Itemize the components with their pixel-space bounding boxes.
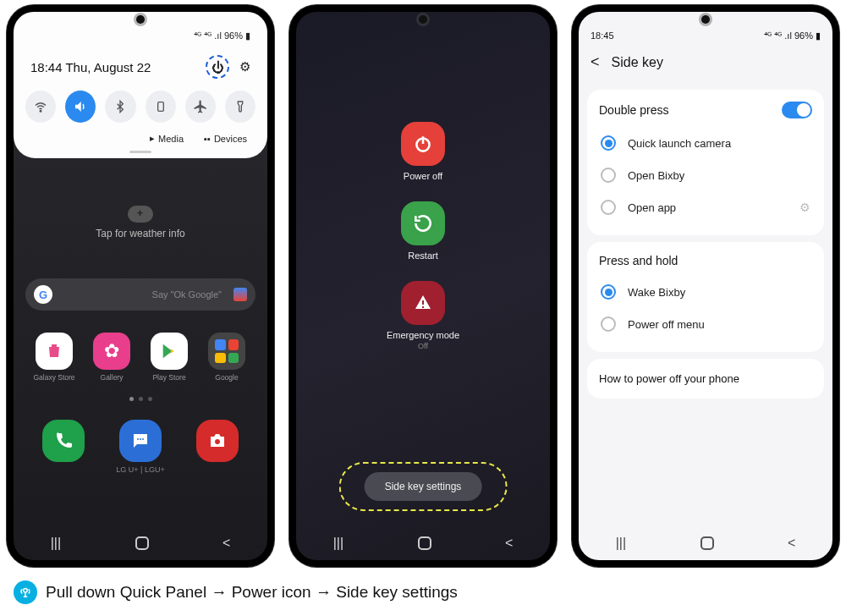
media-button[interactable]: ▸ Media: [150, 133, 184, 144]
side-key-highlight: [339, 462, 508, 511]
back-icon[interactable]: <: [591, 53, 600, 71]
sound-toggle[interactable]: [65, 91, 96, 123]
option-open-bixby[interactable]: Open Bixby: [599, 159, 812, 191]
app-gallery[interactable]: ✿Gallery: [90, 333, 134, 382]
nav-home-icon[interactable]: [135, 536, 149, 550]
svg-point-3: [140, 438, 141, 440]
app-galaxy-store[interactable]: Galaxy Store: [32, 333, 76, 382]
page-title: Side key: [612, 55, 663, 70]
nav-bar: ||| <: [296, 526, 550, 560]
rotation-toggle[interactable]: [146, 91, 176, 123]
dock-messages[interactable]: [119, 420, 162, 462]
nav-home-icon[interactable]: [700, 536, 714, 550]
svg-point-5: [215, 439, 220, 444]
google-logo-icon: G: [34, 285, 52, 304]
option-quick-launch-camera[interactable]: Quick launch camera: [599, 127, 812, 159]
power-icon[interactable]: ⏻: [212, 60, 224, 74]
status-bar: ⁴ᴳ ⁴ᴳ .ıl 96% ▮: [25, 30, 255, 41]
front-camera-icon: [419, 15, 427, 24]
dock-phone[interactable]: [42, 420, 85, 462]
mic-icon[interactable]: [233, 288, 247, 301]
option-wake-bixby[interactable]: Wake Bixby: [599, 276, 812, 308]
section-heading: Press and hold: [599, 254, 678, 267]
devices-button[interactable]: ▪▪ Devices: [204, 133, 247, 144]
nav-home-icon[interactable]: [418, 536, 431, 550]
nav-back-icon[interactable]: <: [788, 536, 795, 551]
carrier-label: LG U+ | LGU+: [25, 465, 255, 474]
option-open-app[interactable]: Open app ⚙: [599, 191, 812, 223]
flashlight-toggle[interactable]: [225, 91, 255, 123]
option-power-off-menu[interactable]: Power off menu: [599, 308, 812, 340]
app-play-store[interactable]: Play Store: [147, 333, 191, 382]
power-icon-highlight: ⏻: [206, 55, 229, 79]
home-screen: + Tap for weather info G Say "Ok Google"…: [14, 158, 267, 474]
emergency-mode-button[interactable]: Emergency mode Off: [387, 281, 459, 350]
google-search-bar[interactable]: G Say "Ok Google": [25, 278, 255, 311]
nav-bar: ||| <: [579, 526, 832, 560]
double-press-section: Double press Quick launch camera Open Bi…: [587, 90, 824, 235]
page-indicator: [25, 397, 255, 401]
nav-recents-icon[interactable]: |||: [333, 536, 343, 551]
dock-camera[interactable]: [196, 420, 239, 462]
power-off-button[interactable]: Power off: [401, 122, 445, 181]
tap-gesture-icon: [14, 580, 37, 604]
quick-panel[interactable]: ⁴ᴳ ⁴ᴳ .ıl 96% ▮ 18:44 Thu, August 22 ⏻ ⚙: [14, 12, 267, 158]
datetime-label: 18:44 Thu, August 22: [30, 60, 151, 74]
front-camera-icon: [136, 15, 145, 24]
svg-rect-1: [157, 102, 163, 112]
app-google-folder[interactable]: Google: [205, 333, 249, 382]
instruction-caption: Pull down Quick Panel → Power icon → Sid…: [0, 567, 846, 604]
radio-selected-icon: [601, 135, 616, 151]
nav-bar: ||| <: [14, 526, 267, 560]
panel-handle-icon[interactable]: [129, 151, 151, 153]
svg-point-0: [40, 111, 41, 113]
search-hint: Say "Ok Google": [59, 289, 227, 300]
weather-widget[interactable]: + Tap for weather info: [25, 206, 255, 239]
phone-quick-panel: ⁴ᴳ ⁴ᴳ .ıl 96% ▮ 18:44 Thu, August 22 ⏻ ⚙: [7, 5, 274, 567]
svg-point-4: [142, 438, 144, 440]
radio-icon: [601, 168, 616, 183]
settings-gear-icon[interactable]: ⚙: [239, 59, 250, 74]
nav-back-icon[interactable]: <: [505, 536, 513, 551]
restart-button[interactable]: Restart: [401, 201, 445, 261]
bluetooth-toggle[interactable]: [105, 91, 135, 123]
section-heading: Double press: [599, 103, 669, 117]
how-to-power-off-link[interactable]: How to power off your phone: [587, 359, 824, 399]
double-press-toggle[interactable]: [782, 102, 812, 118]
airplane-toggle[interactable]: [185, 91, 216, 123]
svg-point-8: [24, 589, 28, 593]
radio-selected-icon: [601, 284, 616, 300]
nav-recents-icon[interactable]: |||: [51, 536, 61, 551]
phone-side-key-settings: 18:45 ⁴ᴳ ⁴ᴳ .ıl 96% ▮ < Side key Double …: [572, 5, 839, 567]
press-and-hold-section: Press and hold Wake Bixby Power off menu: [587, 242, 824, 352]
nav-recents-icon[interactable]: |||: [616, 536, 626, 551]
front-camera-icon: [701, 15, 710, 24]
radio-icon: [601, 316, 616, 332]
wifi-toggle[interactable]: [25, 91, 56, 123]
svg-point-2: [137, 438, 139, 440]
radio-icon: [601, 200, 616, 215]
open-app-settings-gear-icon[interactable]: ⚙: [799, 201, 810, 214]
nav-back-icon[interactable]: <: [222, 536, 230, 551]
phone-power-menu: Power off Restart Emergency mode Off Sid…: [289, 5, 557, 567]
